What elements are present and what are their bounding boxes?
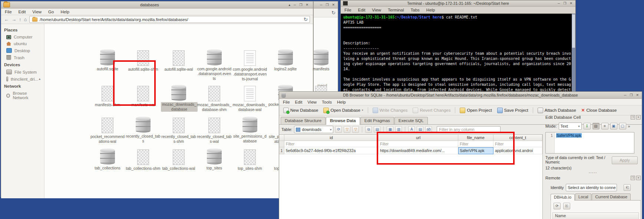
menu-view[interactable]: View (372, 8, 381, 12)
tab-browse-data[interactable]: Browse Data (326, 117, 360, 125)
column-header-id[interactable]: id (284, 135, 379, 141)
menu-file[interactable]: File (5, 10, 12, 14)
file-item[interactable]: mozac_downloads_ database-shm (196, 85, 232, 112)
sidebar-item-home[interactable]: ubuntu (1, 40, 44, 47)
sidebar-item-desktop[interactable]: Desktop (1, 47, 44, 54)
menu-terminal[interactable]: Terminal (388, 8, 404, 12)
maximize-icon[interactable]: ❐ (326, 3, 328, 7)
open-database-button[interactable]: Open Database▾ (321, 107, 365, 114)
scrollbar-thumb[interactable] (572, 14, 575, 48)
tab-execute-sql[interactable]: Execute SQL (394, 117, 428, 124)
scrollbar[interactable] (572, 14, 575, 97)
apply-button[interactable]: Apply (612, 156, 638, 164)
new-database-button[interactable]: New Database (281, 107, 320, 114)
sidebar-item-browse-network[interactable]: Browse Network (1, 90, 44, 101)
close-icon[interactable]: ✕ (636, 94, 639, 97)
clear-filters-icon[interactable]: ▽ (344, 126, 350, 133)
minimize-icon[interactable]: ─ (294, 3, 296, 7)
tab-edit-pragmas[interactable]: Edit Pragmas (360, 117, 394, 124)
reload-icon[interactable]: ↻ (331, 10, 336, 15)
tab-dbhub[interactable]: DBHub.io (551, 194, 575, 201)
file-item[interactable]: recently_closed_tab s-wal (196, 117, 232, 144)
home-icon[interactable]: ⌂ (24, 17, 27, 22)
file-item[interactable]: pocket_recommend ations-wal (90, 117, 125, 144)
clone-database-icon[interactable]: ⎘ (563, 203, 570, 209)
file-item[interactable]: recently_closed_tab s (125, 117, 161, 144)
maximize-icon[interactable]: ❐ (630, 94, 633, 97)
file-item[interactable]: com.google.android .datatransport.even t… (232, 49, 268, 81)
sidebar-item-file-system[interactable]: File System (1, 68, 44, 75)
save-filter-icon[interactable]: ▽ (352, 126, 359, 133)
float-panel-icon[interactable]: ❐ (631, 115, 635, 119)
file-item-selected[interactable]: mozac_downloads_ database (161, 85, 196, 112)
word-wrap-icon[interactable]: ≡ (601, 123, 608, 129)
menu-edit[interactable]: Edit (295, 100, 303, 104)
up-icon[interactable]: ↑ (19, 17, 22, 22)
table-select[interactable]: downloads▾ (294, 126, 333, 133)
tab-database-structure[interactable]: Database Structure (281, 117, 326, 124)
push-database-icon[interactable]: ⎗ (624, 184, 631, 191)
tab-current-database[interactable]: Current Database (592, 193, 631, 200)
file-item[interactable]: recently_closed_tab s-shm (161, 117, 196, 144)
eject-icon[interactable]: ▲ (38, 77, 41, 81)
sidebar-item-computer[interactable]: Computer (1, 34, 44, 40)
sidebar-item-thinclient[interactable]: thinclient_dri...▲ (1, 75, 44, 82)
maximize-icon[interactable]: ❐ (299, 3, 302, 7)
write-changes-button[interactable]: Write Changes (371, 107, 410, 114)
file-item[interactable]: top_sites-shm (232, 148, 268, 171)
file-manager-titlebar[interactable]: databases ▴ ─ ❐ ✕ (1, 1, 313, 9)
refresh-remote-icon[interactable]: ⟳ (554, 203, 561, 209)
float-panel-icon[interactable]: ❐ (631, 176, 635, 180)
tab-local[interactable]: Local (575, 193, 591, 200)
menu-tools[interactable]: Tools (322, 100, 332, 104)
revert-changes-button[interactable]: Revert Changes (411, 107, 452, 114)
menu-help[interactable]: Help (60, 10, 69, 14)
file-item[interactable]: tab_collections (90, 148, 125, 171)
file-item[interactable]: autofill.sqlite-wal (161, 49, 196, 72)
file-item[interactable]: tab_collections-wal (161, 148, 196, 171)
menu-file[interactable]: File (283, 100, 290, 104)
menu-help[interactable]: Help (426, 8, 435, 12)
close-icon[interactable]: ✕ (306, 3, 308, 7)
menu-edit[interactable]: Edit (19, 10, 26, 14)
cell-id[interactable]: 5e6d6bc9-0a27-4ded-9f0b-e1ff2f4b232a (284, 147, 379, 154)
path-bar[interactable]: /home/ubuntu/Desktop/Start here/Artifact… (29, 16, 310, 23)
menu-edit[interactable]: Edit (358, 8, 366, 12)
minimize-icon[interactable]: ─ (320, 3, 322, 7)
file-item[interactable]: mozac_downloads_ database-wal (232, 85, 268, 112)
file-item[interactable]: site_permissions_d atabase (232, 117, 268, 144)
forward-icon[interactable]: → (11, 17, 16, 22)
file-item[interactable]: tab_collections-shm (125, 148, 161, 171)
file-item[interactable]: com.google.android .datatransport.even t… (196, 49, 232, 81)
menu-view[interactable]: View (32, 10, 42, 14)
terminal-titlebar[interactable]: Terminal - ubuntu@ip-172-31-31-165: ~/De… (341, 0, 575, 7)
save-cell-icon[interactable]: ▣ (610, 123, 617, 129)
close-panel-icon[interactable]: ✕ (636, 115, 641, 119)
text-view-icon[interactable]: ▤ (592, 123, 600, 129)
file-item[interactable]: top_sites (196, 148, 232, 171)
menu-view[interactable]: View (307, 100, 317, 104)
refresh-icon[interactable]: ⟳ (335, 126, 342, 133)
reload-icon[interactable]: ↻ (304, 17, 308, 22)
mode-select[interactable]: Text▾ (559, 122, 582, 130)
export-cell-icon[interactable]: ▢ (619, 123, 626, 129)
attach-database-button[interactable]: Attach Database (536, 107, 578, 114)
sidebar-item-trash[interactable]: Trash (1, 54, 44, 61)
cell-editor[interactable]: 1 SaferVPN.apk (545, 132, 634, 154)
menu-go[interactable]: Go (48, 10, 54, 14)
close-panel-icon[interactable]: ✕ (636, 176, 641, 180)
shade-icon[interactable]: ▴ (288, 3, 290, 7)
file-item[interactable]: manifests (303, 49, 339, 71)
close-database-button[interactable]: ✕Close Database (579, 107, 618, 114)
filter-input-id[interactable]: Filter (284, 141, 379, 147)
save-project-button[interactable]: Save Project (495, 107, 530, 114)
menu-file[interactable]: File (344, 8, 351, 12)
splitter-handle[interactable]: ••••• (545, 171, 641, 174)
menu-tabs[interactable]: Tabs (411, 8, 420, 12)
overflow-icon[interactable]: » (628, 124, 630, 128)
minimize-icon[interactable]: ─ (624, 94, 626, 97)
open-project-button[interactable]: Open Project (458, 107, 493, 114)
copy-record-icon[interactable]: ⧉ (365, 126, 372, 133)
menu-help[interactable]: Help (337, 100, 346, 104)
db-browser-titlebar[interactable]: DB Browser for SQLite - /home/ubuntu/Des… (279, 92, 642, 99)
